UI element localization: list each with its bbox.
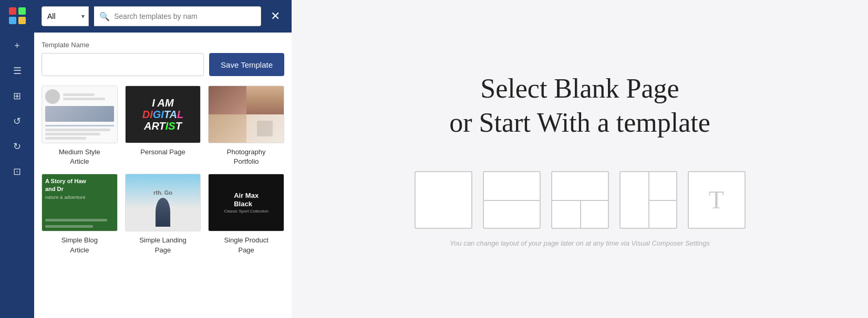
template-name-label: Template Name [42,41,284,49]
page-title: Select Blank Page or Start With a templa… [449,71,710,140]
main-content: Select Blank Page or Start With a templa… [292,0,868,318]
layout-options: T [415,171,746,229]
layers-icon[interactable]: ⊞ [6,85,28,107]
close-button[interactable]: ✕ [266,7,284,25]
template-label-medium: Medium StyleArticle [59,147,100,166]
svg-rect-3 [9,17,16,24]
panel-header: AllBlogPortfolioLandingProduct ▾ 🔍 ✕ [34,0,292,33]
layout-option-top-two-cols[interactable] [551,171,609,229]
layout-option-text[interactable]: T [688,171,746,229]
embed-icon[interactable]: ⊡ [6,161,28,183]
template-thumb-landing: rth. Go [125,174,201,231]
sidebar: + ☰ ⊞ ↺ ↻ ⊡ [0,0,34,318]
blog-thumb-text: A Story of Hawand Dr [45,177,114,193]
template-thumb-photography [208,86,284,143]
text-layout-icon: T [709,185,724,214]
save-template-button[interactable]: Save Template [209,53,284,76]
product-thumb-sub: Classic Sport Collection [224,209,268,214]
personal-thumb-text: I AMDIGITALARTIST [142,97,184,132]
template-label-blog: Simple BlogArticle [61,236,98,255]
template-item-personal[interactable]: I AMDIGITALARTIST Personal Page [125,86,201,166]
template-name-input[interactable] [42,53,204,76]
panel-body: Template Name Save Template [34,33,292,318]
search-icon: 🔍 [99,12,110,22]
template-thumb-personal: I AMDIGITALARTIST [125,86,201,143]
template-name-row: Save Template [42,53,284,76]
list-icon[interactable]: ☰ [6,60,28,82]
template-label-personal: Personal Page [140,147,185,157]
search-input[interactable] [114,12,219,20]
template-item-photography[interactable]: PhotographyPortfolio [208,86,284,166]
layout-option-left-two-rows[interactable] [619,171,677,229]
template-thumb-blog: A Story of Hawand Dr nature & adventure [42,174,118,231]
template-label-landing: Simple LandingPage [139,236,187,255]
template-item-blog[interactable]: A Story of Hawand Dr nature & adventure … [42,174,118,255]
redo-icon[interactable]: ↻ [6,135,28,157]
template-label-photography: PhotographyPortfolio [227,147,266,166]
svg-rect-1 [9,7,16,15]
layout-option-two-rows[interactable] [483,171,541,229]
filter-select-wrap: AllBlogPortfolioLandingProduct ▾ [42,6,89,26]
avatar [45,89,60,104]
svg-rect-2 [18,7,26,15]
blog-thumb-sub: nature & adventure [45,195,114,200]
svg-rect-4 [18,17,26,24]
layout-option-blank[interactable] [415,171,472,229]
template-thumb-product: Air MaxBlack Classic Sport Collection [208,174,284,231]
template-item-medium[interactable]: Medium StyleArticle [42,86,118,166]
layout-hint: You can change layout of your page later… [450,239,710,247]
template-item-landing[interactable]: rth. Go Simple LandingPage [125,174,201,255]
product-thumb-text: Air MaxBlack [234,192,259,208]
add-icon[interactable]: + [6,35,28,57]
template-thumb-medium [42,86,118,143]
search-box: 🔍 [94,6,261,26]
filter-select[interactable]: AllBlogPortfolioLandingProduct [42,6,89,26]
template-label-product: Single ProductPage [224,236,268,255]
template-item-product[interactable]: Air MaxBlack Classic Sport Collection Si… [208,174,284,255]
templates-grid: Medium StyleArticle I AMDIGITALARTIST Pe… [42,86,284,255]
undo-icon[interactable]: ↺ [6,110,28,132]
sidebar-logo[interactable] [7,5,28,26]
templates-panel: AllBlogPortfolioLandingProduct ▾ 🔍 ✕ Tem… [34,0,292,318]
